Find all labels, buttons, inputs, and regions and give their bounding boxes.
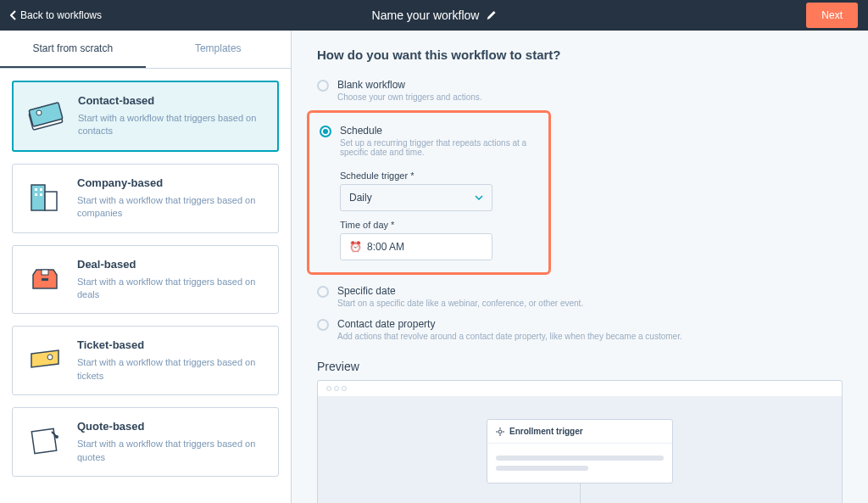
workflow-title: Name your workflow	[372, 8, 480, 22]
preview-body: Enrollment trigger ⏰Schedule	[318, 397, 842, 503]
svg-rect-10	[42, 278, 48, 281]
card-contact-based[interactable]: Contact-based Start with a workflow that…	[12, 81, 279, 152]
card-body: Quote-based Start with a workflow that t…	[77, 420, 266, 464]
card-title: Contact-based	[78, 94, 265, 107]
tabs: Start from scratch Templates	[0, 31, 291, 69]
preview-enrollment-card: Enrollment trigger	[487, 419, 673, 483]
svg-rect-8	[40, 193, 42, 196]
svg-point-13	[55, 435, 58, 439]
quote-icon	[25, 420, 65, 461]
connector-line	[580, 483, 581, 503]
svg-rect-4	[45, 192, 57, 210]
card-company-based[interactable]: Company-based Start with a workflow that…	[12, 164, 279, 233]
card-deal-based[interactable]: Deal-based Start with a workflow that tr…	[12, 245, 279, 315]
left-panel: Start from scratch Templates Contact-bas…	[0, 31, 292, 503]
preview-box: Enrollment trigger ⏰Schedule	[317, 380, 843, 503]
main-content: Start from scratch Templates Contact-bas…	[0, 31, 868, 503]
option-desc: Add actions that revolve around a contac…	[337, 332, 682, 341]
clock-icon: ⏰	[349, 241, 362, 253]
time-of-day-input[interactable]: ⏰ 8:00 AM	[340, 233, 492, 260]
next-button[interactable]: Next	[806, 3, 858, 28]
schedule-trigger-select[interactable]: Daily	[340, 184, 492, 211]
card-body: Contact-based Start with a workflow that…	[78, 94, 265, 138]
workflow-type-cards: Contact-based Start with a workflow that…	[0, 69, 291, 489]
card-desc: Start with a workflow that triggers base…	[77, 276, 266, 302]
svg-rect-9	[42, 270, 48, 275]
right-panel: How do you want this workflow to start? …	[292, 31, 868, 503]
edit-icon[interactable]	[486, 10, 496, 20]
card-desc: Start with a workflow that triggers base…	[78, 112, 265, 138]
preview-card-title: Enrollment trigger	[509, 427, 583, 436]
svg-rect-3	[31, 185, 45, 210]
window-dots	[318, 381, 842, 397]
option-title: Schedule	[340, 125, 538, 137]
time-of-day-label: Time of day *	[340, 220, 538, 230]
option-desc: Set up a recurring trigger that repeats …	[340, 138, 538, 157]
back-to-workflows-link[interactable]: Back to workflows	[10, 9, 102, 21]
card-title: Quote-based	[77, 420, 266, 433]
option-contact-date-property[interactable]: Contact date property Add actions that r…	[317, 313, 843, 346]
svg-rect-7	[35, 193, 37, 196]
card-body: Deal-based Start with a workflow that tr…	[77, 258, 266, 302]
option-title: Contact date property	[337, 318, 682, 330]
card-desc: Start with a workflow that triggers base…	[77, 438, 266, 464]
option-specific-date[interactable]: Specific date Start on a specific date l…	[317, 280, 843, 313]
schedule-trigger-label: Schedule trigger *	[340, 170, 538, 181]
option-schedule[interactable]: Schedule Set up a recurring trigger that…	[320, 120, 538, 162]
contact-icon	[25, 94, 66, 135]
option-title: Specific date	[337, 285, 583, 297]
card-quote-based[interactable]: Quote-based Start with a workflow that t…	[12, 407, 279, 477]
radio-blank[interactable]	[317, 80, 329, 92]
deal-icon	[25, 258, 65, 299]
tab-start-from-scratch[interactable]: Start from scratch	[0, 31, 146, 68]
preview-label: Preview	[317, 360, 843, 373]
caret-down-icon	[475, 195, 483, 200]
card-ticket-based[interactable]: Ticket-based Start with a workflow that …	[12, 326, 279, 395]
option-title: Blank workflow	[337, 79, 482, 91]
gear-icon	[496, 428, 504, 436]
svg-rect-6	[40, 188, 42, 191]
chevron-left-icon	[10, 10, 17, 20]
svg-point-11	[47, 355, 53, 360]
schedule-highlight: Schedule Set up a recurring trigger that…	[307, 110, 551, 275]
radio-schedule[interactable]	[320, 126, 331, 137]
topbar: Back to workflows Name your workflow Nex…	[0, 0, 868, 31]
time-value: 8:00 AM	[367, 241, 404, 253]
card-title: Deal-based	[77, 258, 266, 271]
option-blank-workflow[interactable]: Blank workflow Choose your own triggers …	[317, 74, 843, 107]
svg-point-14	[498, 430, 502, 433]
back-label: Back to workflows	[20, 9, 102, 21]
card-body: Company-based Start with a workflow that…	[77, 176, 266, 221]
tab-templates[interactable]: Templates	[146, 31, 292, 68]
card-body: Ticket-based Start with a workflow that …	[77, 338, 266, 383]
config-heading: How do you want this workflow to start?	[317, 48, 843, 62]
workflow-title-container: Name your workflow	[372, 8, 497, 22]
company-icon	[25, 176, 65, 217]
svg-point-2	[36, 110, 42, 115]
ticket-icon	[25, 338, 65, 379]
option-desc: Start on a specific date like a webinar,…	[337, 299, 583, 308]
radio-specific-date[interactable]	[317, 286, 329, 298]
svg-rect-5	[35, 188, 37, 191]
card-desc: Start with a workflow that triggers base…	[77, 356, 266, 383]
option-desc: Choose your own triggers and actions.	[337, 92, 482, 102]
select-value: Daily	[349, 192, 372, 204]
radio-contact-date[interactable]	[317, 319, 329, 331]
card-title: Ticket-based	[77, 338, 266, 351]
card-title: Company-based	[77, 176, 266, 189]
card-desc: Start with a workflow that triggers base…	[77, 194, 266, 221]
